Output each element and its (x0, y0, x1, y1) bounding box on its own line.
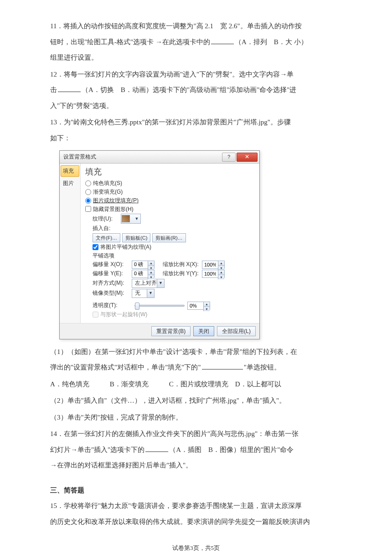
q11-blank[interactable] (211, 37, 234, 44)
radio-solid-input[interactable] (85, 180, 91, 186)
q13-step1-a: （1）（如图）在第一张幻灯片中单击"设计"选项卡，单击"背景"组的下拉列表，在 (50, 348, 297, 355)
sidebar-item-fill[interactable]: 填充 (61, 165, 79, 177)
spinner-offy[interactable]: ▲▼ (132, 270, 155, 278)
chk-hidebg-input[interactable] (85, 206, 91, 212)
q12-opts: （A．切换 B．动画）选项卡下的"高级动画"组"添加动画"命令选择"进 (82, 86, 296, 93)
chevron-down-icon: ▼ (147, 289, 154, 298)
texture-swatch-icon (122, 215, 130, 222)
texture-picker[interactable]: ▼ (121, 214, 141, 224)
q14-opts: （A．插图 B．图像）组里的"图片"命令 (169, 446, 294, 453)
page-footer: 试卷第3页，共5页 (50, 541, 342, 554)
spinner-scaley[interactable]: ▲▼ (202, 270, 225, 278)
q15-line1: 15．学校将举行"魅力太原"专题演讲会，要求参赛选手围绕某一主题，宣讲太原深厚 (50, 502, 302, 509)
close-dialog-button[interactable]: 关闭 (193, 326, 214, 336)
row-offset-y: 偏移量 Y(E): ▲▼ 缩放比例 Y(Y): ▲▼ (93, 270, 255, 278)
q13-intro-b: 如下： (50, 134, 71, 142)
row-transparency: 透明度(T): ▲▼ (93, 302, 255, 310)
dialog-main: 填充 纯色填充(S) 渐变填充(G) 图片或纹理填充(P) 隐藏背景图形(H) (81, 164, 259, 323)
close-button[interactable]: ✕ (237, 153, 258, 162)
file-button[interactable]: 文件(F)… (93, 233, 120, 242)
q14-line1: 14．在第一张幻灯片的左侧插入作业文件夹下的图片"高兴与悲伤.jpg"：单击第一… (50, 430, 299, 437)
q11-opts: （A．排列 B．大 小） (235, 38, 308, 46)
radio-gradient-fill[interactable]: 渐变填充(G) (85, 188, 255, 196)
sidebar-item-picture[interactable]: 图片 (61, 178, 79, 189)
q13-blank[interactable] (202, 363, 243, 369)
radio-picture-input[interactable] (85, 198, 91, 204)
q13-step1-c: "单选按钮。 (244, 364, 281, 371)
label-scaley: 缩放比例 Y(Y): (163, 270, 202, 277)
dialog-title: 设置背景格式 (63, 153, 222, 161)
q13-intro-a: 13．为"岭南文化特色三秀.pptx"的第一张幻灯片添加背景图片"广州塔.jpg… (50, 118, 291, 126)
radio-solid-label: 纯色填充(S) (93, 180, 122, 187)
clipboard-button[interactable]: 剪贴板(C) (122, 233, 150, 242)
spin-up-icon[interactable]: ▲ (218, 270, 224, 275)
label-offx: 偏移量 X(O): (93, 261, 132, 268)
spin-up-icon[interactable]: ▲ (148, 261, 154, 266)
spinner-scalex[interactable]: ▲▼ (202, 261, 225, 269)
q14-line3: →在弹出的对话框里选择好图片后单击"插入"。 (50, 462, 192, 469)
spin-down-icon[interactable]: ▼ (218, 275, 224, 280)
radio-gradient-input[interactable] (85, 189, 91, 195)
q13-step3: （3）单击"关闭"按钮，完成了背景的制作。 (50, 410, 342, 426)
spinner-trans[interactable]: ▲▼ (187, 302, 210, 310)
section-3-title: 三、简答题 (50, 482, 342, 498)
spin-up-icon[interactable]: ▲ (148, 270, 154, 275)
question-12: 12．将每一张幻灯片的文字内容设置为动画"进入"下的"劈裂"。选中文字内容→单 … (50, 67, 342, 114)
combo-align[interactable]: 左上对齐 ▼ (132, 279, 165, 288)
slider-thumb-icon[interactable] (135, 303, 139, 310)
spin-up-icon[interactable]: ▲ (203, 302, 210, 307)
q14-blank[interactable] (145, 445, 168, 452)
spin-down-icon[interactable]: ▼ (148, 275, 154, 280)
texture-label: 纹理(U): (93, 215, 113, 223)
chk-tile-input[interactable] (93, 244, 98, 250)
q13-options: A．纯色填充 B．渐变填充 C．图片或纹理填充 D．以上都可以 (50, 376, 342, 392)
spin-up-icon[interactable]: ▲ (218, 261, 224, 266)
combo-mirror[interactable]: 无 ▼ (132, 289, 155, 298)
checkbox-hide-bg[interactable]: 隐藏背景图形(H) (85, 205, 255, 213)
q12-line1: 12．将每一张幻灯片的文字内容设置为动画"进入"下的"劈裂"。选中文字内容→单 (50, 71, 294, 78)
dialog-heading: 填充 (85, 166, 255, 178)
insert-from-buttons: 文件(F)… 剪贴板(C) 剪贴画(R)… (93, 233, 255, 242)
combo-align-value: 左上对齐 (135, 279, 157, 287)
dialog-footer: 重置背景(B) 关闭 全部应用(L) (60, 323, 259, 339)
dialog-body: 填充 图片 填充 纯色填充(S) 渐变填充(G) 图片或纹理填充(P) (60, 164, 259, 323)
q14-line2a: 幻灯片→单击"插入"选项卡下的 (50, 446, 144, 453)
radio-gradient-label: 渐变填充(G) (93, 188, 123, 196)
radio-picture-fill[interactable]: 图片或纹理填充(P) (85, 197, 255, 205)
apply-all-button[interactable]: 全部应用(L) (217, 326, 256, 336)
q12-line2a: 击 (50, 86, 57, 93)
question-14: 14．在第一张幻灯片的左侧插入作业文件夹下的图片"高兴与悲伤.jpg"：单击第一… (50, 426, 342, 473)
help-button[interactable]: ? (222, 153, 236, 162)
chevron-down-icon: ▼ (134, 216, 140, 222)
checkbox-rotate[interactable]: 与形状一起旋转(W) (93, 311, 255, 318)
chk-tile-label: 将图片平铺为纹理(A) (100, 243, 151, 251)
q15-line2: 的历史文化和改革开放以来取得的伟大成就。要求演讲的同学先提交一篇能反映演讲内 (50, 518, 310, 525)
row-offset-x: 偏移量 X(O): ▲▼ 缩放比例 X(X): ▲▼ (93, 261, 255, 269)
label-trans: 透明度(T): (93, 302, 132, 309)
q11-line1: 11．将插入的动作按钮的高度和宽度统一调整为"高 2.1 宽 2.6"。单击插入… (50, 22, 302, 30)
label-align: 对齐方式(M): (93, 279, 132, 287)
label-mirror: 镜像类型(M): (93, 289, 132, 297)
dialog-screenshot: 设置背景格式 ? ✕ 填充 图片 填充 纯色填充(S) 渐变填充(G) (59, 150, 260, 339)
q12-line3: 入"下的"劈裂"选项。 (50, 102, 113, 109)
tile-options-heading: 平铺选项 (93, 252, 255, 260)
spinner-offx[interactable]: ▲▼ (132, 261, 155, 269)
q13-step1-b: 弹出的"设置背景格式"对话框中，单击"填充"下的" (50, 364, 201, 371)
q11-line2a: 钮时，出现"绘图工具-格式"选项卡 →在此选项卡中的 (50, 38, 210, 46)
dialog-sidebar: 填充 图片 (60, 164, 81, 323)
q13-step2: （2）单击"插入自"（文件…），进入对话框，找到"广州塔.jpg"，单击"插入"… (50, 393, 342, 409)
spin-down-icon[interactable]: ▼ (203, 307, 210, 312)
q12-blank[interactable] (58, 85, 81, 92)
radio-picture-label: 图片或纹理填充(P) (93, 197, 139, 205)
clipart-button[interactable]: 剪贴画(R)… (152, 233, 186, 242)
q13-step1: （1）（如图）在第一张幻灯片中单击"设计"选项卡，单击"背景"组的下拉列表，在 … (50, 344, 342, 375)
transparency-slider[interactable] (134, 305, 185, 307)
radio-solid-fill[interactable]: 纯色填充(S) (85, 180, 255, 187)
chk-hidebg-label: 隐藏背景图形(H) (93, 205, 134, 213)
checkbox-tile[interactable]: 将图片平铺为纹理(A) (93, 243, 255, 251)
row-mirror: 镜像类型(M): 无 ▼ (93, 289, 255, 298)
dialog-window: 设置背景格式 ? ✕ 填充 图片 填充 纯色填充(S) 渐变填充(G) (59, 150, 260, 339)
question-11: 11．将插入的动作按钮的高度和宽度统一调整为"高 2.1 宽 2.6"。单击插入… (50, 18, 342, 66)
reset-bg-button[interactable]: 重置背景(B) (151, 326, 191, 336)
question-15: 15．学校将举行"魅力太原"专题演讲会，要求参赛选手围绕某一主题，宣讲太原深厚 … (50, 498, 342, 529)
